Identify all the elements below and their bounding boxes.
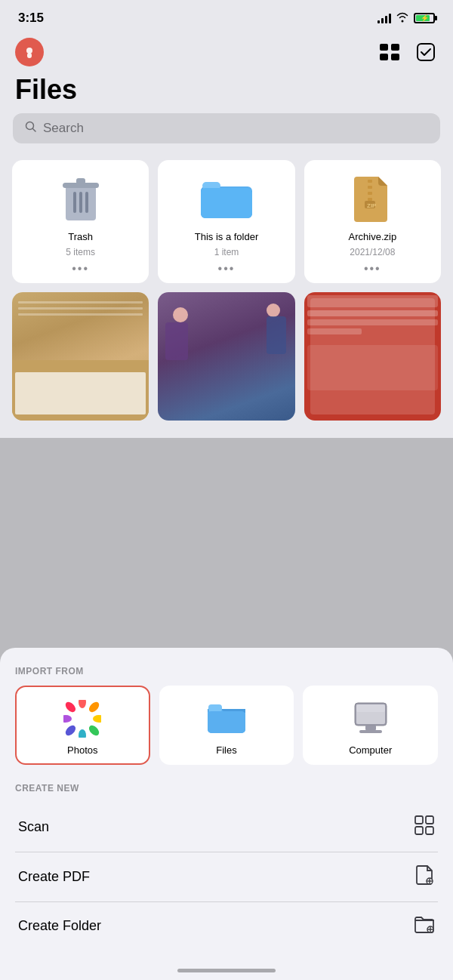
svg-point-26	[93, 715, 101, 723]
svg-rect-44	[426, 816, 433, 824]
page-title-section: Files	[0, 71, 453, 113]
svg-rect-43	[415, 816, 423, 824]
svg-rect-6	[418, 44, 434, 60]
import-computer-button[interactable]: Computer	[303, 686, 438, 765]
photos-icon	[63, 699, 102, 738]
file-meta-folder: 1 item	[214, 247, 239, 257]
import-photos-button[interactable]: Photos	[15, 686, 150, 765]
create-pdf-icon	[415, 864, 435, 889]
svg-rect-2	[380, 44, 388, 51]
file-name-folder: This is a folder	[195, 231, 259, 242]
file-meta-trash: 5 items	[66, 247, 95, 257]
computer-icon	[351, 699, 390, 738]
signal-icon	[378, 13, 391, 23]
status-bar: 3:15 ⚡	[0, 0, 453, 32]
svg-rect-17	[201, 188, 252, 218]
bottom-sheet-overlay: IMPORT FROM	[0, 438, 453, 980]
folder-icon	[199, 172, 254, 227]
import-photos-label: Photos	[67, 744, 97, 756]
create-pdf-menu-item[interactable]: Create PDF	[15, 852, 438, 902]
create-folder-label: Create Folder	[18, 918, 101, 934]
files-icon	[207, 699, 246, 738]
svg-rect-41	[359, 730, 382, 733]
svg-rect-46	[426, 827, 433, 834]
svg-rect-19	[368, 186, 372, 189]
import-section-label: IMPORT FROM	[15, 666, 438, 676]
file-card-zip[interactable]: ZIP Archive.zip 2021/12/08 •••	[304, 160, 441, 283]
svg-point-30	[63, 715, 72, 723]
create-pdf-label: Create PDF	[18, 869, 90, 885]
status-icons: ⚡	[378, 12, 435, 25]
file-name-trash: Trash	[68, 231, 93, 242]
svg-rect-1	[27, 53, 32, 58]
file-more-folder[interactable]: •••	[218, 262, 236, 276]
svg-rect-45	[415, 827, 423, 834]
svg-rect-5	[391, 54, 399, 60]
file-more-zip[interactable]: •••	[364, 262, 381, 276]
import-files-button[interactable]: Files	[159, 686, 294, 765]
import-files-label: Files	[216, 744, 236, 756]
svg-rect-10	[76, 178, 85, 184]
photo-card-people[interactable]	[158, 292, 294, 421]
svg-text:ZIP: ZIP	[367, 202, 377, 209]
svg-point-27	[88, 723, 101, 737]
file-name-zip: Archive.zip	[349, 231, 397, 242]
page-title: Files	[15, 74, 438, 106]
svg-rect-20	[368, 192, 372, 195]
file-grid-row1: Trash 5 items ••• This is a folder 1 ite…	[12, 160, 441, 283]
svg-rect-36	[208, 704, 222, 712]
grid-view-button[interactable]	[378, 40, 402, 64]
photo-card-screenshot[interactable]	[304, 292, 441, 421]
trash-icon	[54, 172, 108, 227]
select-button[interactable]	[414, 40, 438, 64]
svg-point-0	[26, 48, 32, 54]
zip-icon: ZIP	[345, 172, 399, 227]
app-logo[interactable]	[15, 38, 44, 66]
wifi-icon	[396, 12, 409, 25]
create-new-label: CREATE NEW	[15, 783, 438, 794]
svg-point-29	[64, 723, 78, 737]
file-card-folder[interactable]: This is a folder 1 item •••	[158, 160, 294, 283]
search-bar[interactable]: Search	[13, 113, 440, 143]
svg-point-24	[79, 700, 86, 708]
svg-rect-3	[391, 44, 399, 51]
scan-icon	[414, 815, 435, 840]
header-actions	[378, 40, 438, 64]
svg-rect-18	[368, 180, 372, 183]
file-grid-row2	[12, 292, 441, 421]
svg-rect-12	[79, 192, 82, 213]
bottom-sheet: IMPORT FROM	[0, 648, 453, 980]
search-container[interactable]: Search	[0, 113, 453, 154]
import-computer-label: Computer	[349, 744, 392, 756]
scan-menu-item[interactable]: Scan	[15, 803, 438, 852]
status-time: 3:15	[18, 11, 44, 26]
create-new-section: CREATE NEW Scan Create PDF	[15, 783, 438, 950]
svg-rect-42	[356, 704, 385, 712]
svg-rect-13	[85, 192, 88, 213]
svg-point-31	[64, 700, 78, 713]
create-folder-menu-item[interactable]: Create Folder	[15, 902, 438, 950]
svg-point-25	[88, 700, 101, 713]
file-grid: Trash 5 items ••• This is a folder 1 ite…	[0, 154, 453, 427]
svg-point-32	[78, 714, 87, 723]
svg-rect-21	[368, 198, 372, 201]
svg-rect-40	[365, 726, 376, 730]
search-input[interactable]: Search	[43, 121, 84, 136]
search-icon	[25, 121, 37, 136]
svg-rect-11	[73, 192, 76, 213]
home-indicator	[177, 969, 276, 972]
create-folder-icon	[414, 914, 435, 938]
app-header	[0, 32, 453, 71]
scan-label: Scan	[18, 819, 49, 835]
svg-rect-4	[380, 54, 388, 60]
file-meta-zip: 2021/12/08	[350, 247, 395, 257]
battery-icon: ⚡	[414, 13, 435, 23]
svg-rect-37	[208, 711, 245, 733]
svg-point-28	[79, 729, 86, 738]
file-card-trash[interactable]: Trash 5 items •••	[12, 160, 149, 283]
import-icons-row: Photos Files	[15, 686, 438, 765]
photo-card-receipt[interactable]	[12, 292, 149, 421]
file-more-trash[interactable]: •••	[72, 262, 89, 276]
